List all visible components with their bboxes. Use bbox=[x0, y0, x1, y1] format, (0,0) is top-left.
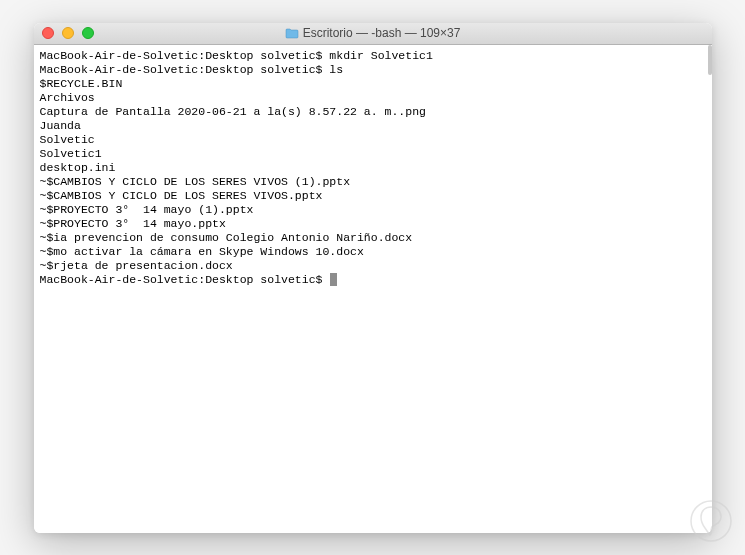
terminal-lines: MacBook-Air-de-Solvetic:Desktop solvetic… bbox=[40, 49, 706, 287]
command: mkdir Solvetic1 bbox=[329, 49, 433, 62]
output-line: desktop.ini bbox=[40, 161, 706, 175]
terminal-line: MacBook-Air-de-Solvetic:Desktop solvetic… bbox=[40, 273, 706, 287]
output-line: ~$ia prevencion de consumo Colegio Anton… bbox=[40, 231, 706, 245]
output-line: ~$PROYECTO 3° 14 mayo.pptx bbox=[40, 217, 706, 231]
output-line: ~$rjeta de presentacion.docx bbox=[40, 259, 706, 273]
minimize-button[interactable] bbox=[62, 27, 74, 39]
watermark-icon bbox=[689, 499, 733, 543]
output-line: ~$CAMBIOS Y CICLO DE LOS SERES VIVOS (1)… bbox=[40, 175, 706, 189]
window-titlebar[interactable]: Escritorio — -bash — 109×37 bbox=[34, 23, 712, 45]
prompt: MacBook-Air-de-Solvetic:Desktop solvetic… bbox=[40, 273, 330, 286]
terminal-window: Escritorio — -bash — 109×37 MacBook-Air-… bbox=[34, 23, 712, 533]
traffic-lights bbox=[42, 27, 94, 39]
cursor bbox=[330, 273, 337, 286]
output-line: ~$mo activar la cámara en Skype Windows … bbox=[40, 245, 706, 259]
title-container: Escritorio — -bash — 109×37 bbox=[34, 26, 712, 40]
folder-icon bbox=[285, 28, 299, 39]
terminal-body[interactable]: MacBook-Air-de-Solvetic:Desktop solvetic… bbox=[34, 45, 712, 533]
window-title: Escritorio — -bash — 109×37 bbox=[303, 26, 461, 40]
output-line: Archivos bbox=[40, 91, 706, 105]
output-line: $RECYCLE.BIN bbox=[40, 77, 706, 91]
prompt: MacBook-Air-de-Solvetic:Desktop solvetic… bbox=[40, 49, 330, 62]
output-line: Juanda bbox=[40, 119, 706, 133]
zoom-button[interactable] bbox=[82, 27, 94, 39]
terminal-line: MacBook-Air-de-Solvetic:Desktop solvetic… bbox=[40, 49, 706, 63]
terminal-line: MacBook-Air-de-Solvetic:Desktop solvetic… bbox=[40, 63, 706, 77]
scrollbar-thumb[interactable] bbox=[708, 45, 712, 75]
close-button[interactable] bbox=[42, 27, 54, 39]
output-line: Solvetic bbox=[40, 133, 706, 147]
output-line: Captura de Pantalla 2020-06-21 a la(s) 8… bbox=[40, 105, 706, 119]
output-line: ~$PROYECTO 3° 14 mayo (1).pptx bbox=[40, 203, 706, 217]
command: ls bbox=[329, 63, 343, 76]
prompt: MacBook-Air-de-Solvetic:Desktop solvetic… bbox=[40, 63, 330, 76]
output-line: Solvetic1 bbox=[40, 147, 706, 161]
output-line: ~$CAMBIOS Y CICLO DE LOS SERES VIVOS.ppt… bbox=[40, 189, 706, 203]
